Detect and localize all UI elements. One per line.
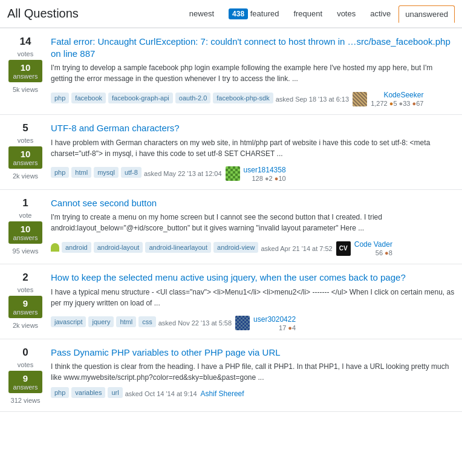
- user-info-q4: user3020422 17 ●4: [253, 315, 296, 331]
- table-row: 0 votes 9 answers 312 views Pass Dynamic…: [0, 339, 462, 412]
- tag-html-q2[interactable]: html: [71, 167, 91, 178]
- tag-jquery-q4[interactable]: jquery: [88, 316, 114, 327]
- views-q2: 2k views: [13, 172, 38, 180]
- vote-count-q5: 0: [22, 347, 28, 359]
- vote-count-q2: 5: [22, 122, 28, 134]
- tag-mysql-q2[interactable]: mysql: [94, 167, 119, 178]
- featured-badge: 438: [229, 8, 248, 19]
- question-title-q4[interactable]: How to keep the selected menu active usi…: [51, 272, 455, 284]
- vote-label-q4: votes: [18, 286, 33, 293]
- tab-featured-label: featured: [250, 9, 279, 18]
- avatar-q4: [235, 316, 250, 330]
- tab-featured[interactable]: 438 featured: [222, 5, 285, 22]
- avatar-q3: CV: [336, 241, 351, 256]
- tab-newest[interactable]: newest: [183, 5, 221, 22]
- vote-label-q3: vote: [19, 212, 32, 219]
- vote-count-q3: 1: [22, 197, 28, 209]
- question-title-q5[interactable]: Pass Dynamic PHP variables to other PHP …: [51, 347, 455, 359]
- views-q3: 95 views: [13, 247, 39, 255]
- tag-android-q3[interactable]: android: [62, 242, 91, 253]
- table-row: 1 vote 10 answers 95 views Cannot see se…: [0, 190, 462, 265]
- content-col-q5: Pass Dynamic PHP variables to other PHP …: [51, 347, 455, 404]
- tags-row-q4: javascript jquery html css asked Nov 22 …: [51, 313, 455, 331]
- question-title-q2[interactable]: UTF-8 and German characters?: [51, 122, 455, 134]
- content-col-q4: How to keep the selected menu active usi…: [51, 272, 455, 331]
- answer-label-q3: answers: [13, 234, 38, 241]
- tag-html-q4[interactable]: html: [116, 316, 136, 327]
- question-excerpt-q4: I have a typical menu structure - <Ul cl…: [51, 287, 455, 308]
- page-title: All Questions: [7, 7, 175, 21]
- tag-androidlayout-q3[interactable]: android-layout: [94, 242, 143, 253]
- avatar-q1: [353, 92, 367, 106]
- tag-fbgraph-q1[interactable]: facebook-graph-api: [108, 93, 173, 103]
- user-name-q2[interactable]: user1814358: [244, 166, 286, 174]
- question-title-q1[interactable]: Fatal error: Uncaught CurlException: 7: …: [51, 36, 455, 59]
- nav-tabs: newest 438 featured frequent votes activ…: [183, 5, 455, 22]
- tag-oauth-q1[interactable]: oauth-2.0: [175, 93, 210, 103]
- question-excerpt-q3: I'm trying to create a menu on my home s…: [51, 212, 455, 233]
- stats-col-q5: 0 votes 9 answers 312 views: [7, 347, 44, 404]
- views-q4: 2k views: [13, 322, 38, 329]
- tag-androidlinear-q3[interactable]: android-linearlayout: [145, 242, 211, 253]
- tag-php-q5[interactable]: php: [51, 387, 69, 398]
- stats-col-q3: 1 vote 10 answers 95 views: [7, 197, 44, 257]
- answer-label-q2: answers: [13, 159, 38, 166]
- views-q1: 5k views: [13, 86, 38, 93]
- page-header: All Questions newest 438 featured freque…: [0, 0, 462, 28]
- tags-row-q3: android android-layout android-linearlay…: [51, 238, 455, 256]
- answers-box-q5: 9 answers: [8, 371, 43, 393]
- answer-count-q4: 9: [13, 298, 38, 308]
- tag-url-q5[interactable]: url: [108, 387, 122, 398]
- meta-row-q5: asked Oct 14 '14 at 9:14 Ashif Shereef: [125, 390, 244, 398]
- tag-variables-q5[interactable]: variables: [71, 387, 105, 398]
- question-excerpt-q5: I think the question is clear from the h…: [51, 361, 455, 383]
- question-title-q3[interactable]: Cannot see second button: [51, 197, 455, 209]
- stats-col-q4: 2 votes 9 answers 2k views: [7, 272, 44, 331]
- stats-col-q2: 5 votes 10 answers 2k views: [7, 122, 44, 182]
- tab-votes[interactable]: votes: [330, 5, 362, 22]
- answer-label-q4: answers: [13, 308, 38, 316]
- tag-php-q1[interactable]: php: [51, 93, 69, 103]
- stats-col-q1: 14 votes 10 answers 5k views: [7, 36, 44, 107]
- answer-label-q5: answers: [13, 383, 38, 391]
- android-icon: [51, 243, 59, 252]
- vote-label-q2: votes: [18, 137, 33, 144]
- content-col-q1: Fatal error: Uncaught CurlException: 7: …: [51, 36, 455, 107]
- tag-js-q4[interactable]: javascript: [51, 316, 86, 327]
- tag-css-q4[interactable]: css: [138, 316, 156, 327]
- tag-php-q2[interactable]: php: [51, 167, 69, 178]
- user-rep-q1: 1,272 ●5 ●33 ●67: [371, 100, 423, 107]
- content-col-q3: Cannot see second button I'm trying to c…: [51, 197, 455, 257]
- answers-box-q2: 10 answers: [8, 146, 43, 169]
- vote-count-q1: 14: [20, 36, 31, 48]
- user-name-q3[interactable]: Code Vader: [354, 240, 392, 249]
- tag-androidview-q3[interactable]: android-view: [213, 242, 258, 253]
- asked-date-q2: asked May 22 '13 at 12:04: [144, 170, 222, 177]
- meta-row-q2: asked May 22 '13 at 12:04 user1814358 12…: [144, 166, 286, 182]
- asked-date-q1: asked Sep 18 '13 at 6:13: [276, 96, 349, 103]
- user-rep-q4: 17 ●4: [279, 324, 296, 331]
- tag-fbphp-q1[interactable]: facebook-php-sdk: [213, 93, 273, 103]
- tab-active[interactable]: active: [363, 5, 397, 22]
- answer-count-q1: 10: [13, 62, 38, 73]
- user-name-q4[interactable]: user3020422: [253, 315, 296, 324]
- tab-frequent[interactable]: frequent: [287, 5, 329, 22]
- content-col-q2: UTF-8 and German characters? I have prob…: [51, 122, 455, 182]
- tab-unanswered[interactable]: unanswered: [399, 5, 455, 23]
- meta-row-q3: asked Apr 21 '14 at 7:52 CV Code Vader 5…: [261, 240, 392, 256]
- answer-count-q5: 9: [13, 373, 38, 383]
- user-name-q1[interactable]: KodeSeeker: [383, 91, 423, 99]
- tags-row-q2: php html mysql utf-8 asked May 22 '13 at…: [51, 163, 455, 182]
- user-name-q5[interactable]: Ashif Shereef: [201, 390, 244, 398]
- table-row: 2 votes 9 answers 2k views How to keep t…: [0, 264, 462, 339]
- asked-date-q3: asked Apr 21 '14 at 7:52: [261, 245, 332, 252]
- question-list: 14 votes 10 answers 5k views Fatal error…: [0, 28, 462, 412]
- tag-utf8-q2[interactable]: utf-8: [121, 167, 142, 178]
- table-row: 14 votes 10 answers 5k views Fatal error…: [0, 28, 462, 115]
- tag-facebook-q1[interactable]: facebook: [71, 93, 106, 103]
- tags-row-q5: php variables url asked Oct 14 '14 at 9:…: [51, 387, 455, 398]
- user-info-q2: user1814358 128 ●2 ●10: [244, 166, 286, 182]
- avatar-q2: [226, 166, 240, 181]
- tags-row-q1: php facebook facebook-graph-api oauth-2.…: [51, 88, 455, 107]
- answers-box-q4: 9 answers: [8, 296, 43, 318]
